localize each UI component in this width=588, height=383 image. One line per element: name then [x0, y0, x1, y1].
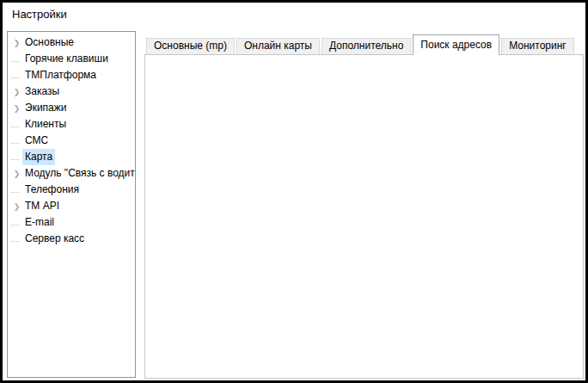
sidebar-item-label: Клиенты [22, 116, 69, 133]
tree-connector [11, 159, 19, 160]
sidebar-item-goryachie-klavishi[interactable]: Горячие клавиши [10, 51, 135, 67]
tree-connector [11, 192, 19, 193]
sidebar-item-label: Горячие клавиши [22, 51, 111, 67]
chevron-right-icon[interactable]: ❯ [14, 88, 21, 96]
tab-poisk-adresov[interactable]: Поиск адресов [413, 34, 499, 55]
sidebar-item-label: Экипажи [22, 100, 69, 116]
sidebar-item-karta[interactable]: Карта [10, 149, 135, 165]
sidebar-item-osnovnye[interactable]: ❯Основные [10, 34, 135, 51]
sidebar-item-label: Телефония [22, 182, 82, 198]
sidebar-item-zakazy[interactable]: ❯Заказы [10, 83, 135, 100]
sidebar-item-klienty[interactable]: Клиенты [10, 116, 135, 133]
tree-connector [11, 225, 19, 225]
sidebar-item-label: СМС [22, 133, 51, 149]
sidebar-item-email[interactable]: E-mail [10, 214, 135, 231]
chevron-right-icon[interactable]: ❯ [14, 39, 21, 47]
chevron-right-icon[interactable]: ❯ [14, 170, 21, 178]
sidebar-item-label: ТМ API [22, 198, 62, 214]
settings-window: Настройки ❯Основные Горячие клавиши ТМПл… [0, 0, 588, 383]
chevron-right-icon[interactable]: ❯ [14, 104, 21, 113]
tree-connector [11, 143, 19, 144]
tab-page-poisk-adresov [144, 54, 584, 379]
sidebar-item-tm-api[interactable]: ❯ТМ API [10, 198, 135, 214]
tree-connector [11, 77, 19, 78]
sidebar-item-label: ТМПлатформа [22, 67, 99, 83]
window-title: Настройки [12, 8, 67, 21]
tab-osnovnye-mp[interactable]: Основные (mp) [146, 38, 235, 54]
sidebar-item-label: E-mail [22, 214, 57, 231]
tab-bar: Основные (mp) Онлайн карты Дополнительно… [146, 34, 576, 55]
sidebar-item-tmplatforma[interactable]: ТМПлатформа [10, 67, 135, 83]
tab-dopolnitelno[interactable]: Дополнительно [322, 38, 411, 54]
sidebar-item-telefoniya[interactable]: Телефония [10, 182, 135, 198]
tab-onlain-karty[interactable]: Онлайн карты [236, 38, 320, 54]
sidebar-item-sms[interactable]: СМС [10, 133, 135, 149]
sidebar-item-modul-svyaz[interactable]: ❯Модуль "Связь с водителя [10, 165, 135, 182]
chevron-right-icon[interactable]: ❯ [14, 202, 21, 211]
sidebar-item-server-kass[interactable]: Сервер касс [10, 231, 135, 247]
sidebar-item-ekipazhi[interactable]: ❯Экипажи [10, 100, 135, 116]
sidebar-item-label: Модуль "Связь с водителя [22, 165, 135, 182]
tree-connector [11, 241, 19, 242]
tree-connector [11, 61, 19, 62]
sidebar-item-label: Заказы [22, 83, 62, 100]
sidebar-item-label: Основные [22, 34, 77, 51]
tree-list: ❯Основные Горячие клавиши ТМПлатформа ❯З… [8, 34, 135, 247]
settings-tree: ❯Основные Горячие клавиши ТМПлатформа ❯З… [7, 31, 136, 378]
sidebar-item-label: Карта [22, 149, 55, 165]
sidebar-item-label: Сервер касс [22, 231, 87, 247]
tree-connector [11, 127, 19, 127]
tab-monitoring[interactable]: Мониторинг [501, 38, 574, 54]
